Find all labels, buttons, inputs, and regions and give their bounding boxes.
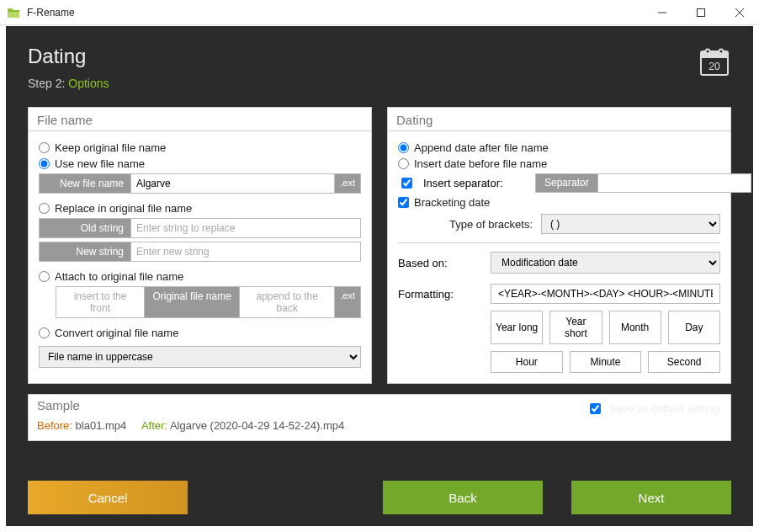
radio-append-after[interactable]: Append date after file name xyxy=(398,141,720,154)
check-bracketing[interactable]: Bracketing date xyxy=(398,196,720,209)
radio-append-after-label: Append date after file name xyxy=(414,141,549,154)
svg-point-9 xyxy=(706,50,710,54)
radio-convert-label: Convert original file name xyxy=(55,327,178,339)
save-default-checkbox[interactable]: Save as default setting xyxy=(586,397,719,417)
fmt-minute-button[interactable]: Minute xyxy=(570,351,642,373)
insert-separator-label: Insert separator: xyxy=(423,177,503,189)
radio-convert[interactable]: Convert original file name xyxy=(39,327,361,339)
bracketing-label: Bracketing date xyxy=(414,196,490,209)
old-string-label: Old string xyxy=(39,218,131,238)
back-button[interactable]: Back xyxy=(383,481,543,514)
radio-attach-label: Attach to original file name xyxy=(55,270,183,283)
attach-ext-chip: .ext xyxy=(335,286,361,318)
radio-replace[interactable]: Replace in original file name xyxy=(39,202,361,215)
svg-text:20: 20 xyxy=(709,61,720,72)
separator-chip: Separator xyxy=(535,173,598,193)
convert-select[interactable]: File name in uppercase xyxy=(39,346,361,368)
new-string-input[interactable] xyxy=(131,242,361,262)
new-file-label: New file name xyxy=(39,173,131,194)
formatting-label: Formatting: xyxy=(398,288,482,301)
sample-before-value: bla01.mp4 xyxy=(76,419,127,432)
fmt-month-button[interactable]: Month xyxy=(609,311,661,344)
sample-after-value: Algarve (2020-04-29 14-52-24).mp4 xyxy=(170,419,344,432)
sample-before-label: Before: xyxy=(37,419,72,432)
filename-panel-title: File name xyxy=(29,108,371,131)
attach-front-seg[interactable]: insert to the front xyxy=(56,286,144,318)
svg-rect-4 xyxy=(698,8,705,16)
radio-use-new[interactable]: Use new file name xyxy=(39,157,361,170)
next-button[interactable]: Next xyxy=(571,481,731,514)
fmt-second-button[interactable]: Second xyxy=(648,351,720,373)
cancel-button[interactable]: Cancel xyxy=(28,481,188,514)
svg-rect-2 xyxy=(8,10,19,12)
page-title: Dating xyxy=(28,45,731,68)
attach-back-seg[interactable]: append to the back xyxy=(240,286,335,318)
new-string-label: New string xyxy=(39,242,131,262)
brackets-select[interactable]: ( ) xyxy=(541,214,720,234)
radio-use-new-label: Use new file name xyxy=(55,157,145,170)
ext-chip: .ext xyxy=(335,173,361,194)
new-file-input[interactable] xyxy=(131,173,335,194)
fmt-day-button[interactable]: Day xyxy=(668,311,720,344)
app-icon xyxy=(7,6,20,19)
sample-after-label: After: xyxy=(141,419,167,432)
check-insert-separator[interactable] xyxy=(401,178,412,189)
fmt-year-long-button[interactable]: Year long xyxy=(491,311,543,344)
dating-panel-title: Dating xyxy=(388,108,730,131)
dating-panel: Dating Append date after file name Inser… xyxy=(387,107,731,384)
fmt-hour-button[interactable]: Hour xyxy=(491,351,563,373)
formatting-input[interactable] xyxy=(491,284,720,304)
separator-input[interactable] xyxy=(598,173,751,193)
old-string-input[interactable] xyxy=(131,218,361,238)
window-titlebar: F-Rename xyxy=(0,0,759,25)
type-brackets-label: Type of brackets: xyxy=(398,218,533,231)
step-name: Options xyxy=(68,77,109,90)
close-button[interactable] xyxy=(720,0,759,25)
svg-point-10 xyxy=(719,50,724,54)
step-number: Step 2: xyxy=(28,77,68,90)
maximize-button[interactable] xyxy=(682,0,720,25)
radio-keep-original-label: Keep original file name xyxy=(55,141,166,154)
radio-replace-label: Replace in original file name xyxy=(55,202,192,215)
calendar-icon: 20 xyxy=(698,45,731,81)
attach-orig-seg: Original file name xyxy=(144,286,240,318)
radio-insert-before-label: Insert date before file name xyxy=(414,157,547,170)
based-on-label: Based on: xyxy=(398,257,482,269)
minimize-button[interactable] xyxy=(643,0,682,25)
filename-panel: File name Keep original file name Use ne… xyxy=(28,107,372,384)
based-on-select[interactable]: Modification date xyxy=(491,252,720,274)
radio-keep-original[interactable]: Keep original file name xyxy=(39,141,361,154)
window-title: F-Rename xyxy=(27,7,643,19)
save-default-label: Save as default setting xyxy=(608,402,719,415)
fmt-year-short-button[interactable]: Year short xyxy=(549,311,602,344)
radio-insert-before[interactable]: Insert date before file name xyxy=(398,157,720,170)
radio-attach[interactable]: Attach to original file name xyxy=(39,270,361,283)
